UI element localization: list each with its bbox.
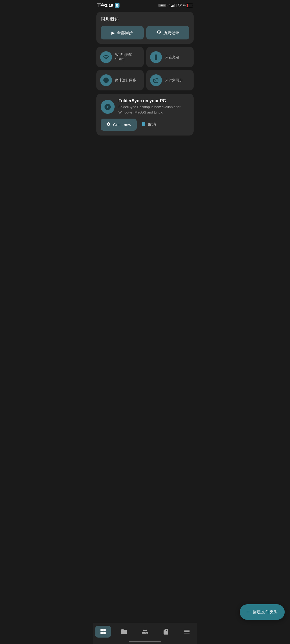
gear-icon bbox=[106, 122, 111, 127]
hd-badge: HD bbox=[167, 4, 170, 7]
wifi-status-text: Wi-Fi (未知SSID) bbox=[115, 53, 140, 62]
schedule-status-text: 未计划同步 bbox=[165, 78, 183, 83]
battery-container: 19 bbox=[183, 4, 193, 7]
status-time: 下午2:19 bbox=[97, 3, 119, 8]
promo-text-block: FolderSync on your PC FolderSync Desktop… bbox=[118, 98, 189, 115]
sync-overview-card: 同步概述 ▶ 全部同步 历史记录 bbox=[96, 12, 194, 44]
sync-run-status-text: 尚未运行同步 bbox=[115, 78, 136, 83]
wifi-status-icon bbox=[177, 3, 182, 8]
info-card-icon bbox=[100, 74, 112, 86]
promo-title: FolderSync on your PC bbox=[118, 98, 189, 103]
trash-icon bbox=[141, 121, 146, 128]
full-sync-button[interactable]: ▶ 全部同步 bbox=[101, 26, 144, 39]
app-notification-icon bbox=[115, 3, 119, 8]
signal-bars bbox=[171, 4, 176, 7]
cancel-button[interactable]: 取消 bbox=[141, 121, 156, 128]
battery-status-text: 未在充电 bbox=[165, 55, 179, 60]
status-right: VPN HD 19 bbox=[158, 3, 193, 8]
alarm-off-card-icon bbox=[150, 74, 162, 86]
promo-actions: Get it now 取消 bbox=[101, 119, 189, 131]
sync-run-status-card: 尚未运行同步 bbox=[96, 70, 144, 90]
main-content: 同步概述 ▶ 全部同步 历史记录 bbox=[93, 10, 197, 189]
play-icon: ▶ bbox=[111, 30, 115, 35]
promo-header: FolderSync on your PC FolderSync Desktop… bbox=[101, 98, 189, 115]
wifi-card-icon bbox=[100, 51, 112, 63]
battery-status-card: 未在充电 bbox=[146, 47, 194, 67]
battery-card-icon bbox=[150, 51, 162, 63]
schedule-status-card: 未计划同步 bbox=[146, 70, 194, 90]
promo-description: FolderSync Desktop is now available for … bbox=[118, 104, 189, 115]
wifi-status-card: Wi-Fi (未知SSID) bbox=[96, 47, 144, 67]
sync-buttons-row: ▶ 全部同步 历史记录 bbox=[101, 26, 189, 39]
foldersync-pc-icon bbox=[101, 100, 115, 114]
get-it-now-button[interactable]: Get it now bbox=[101, 119, 137, 131]
vpn-badge: VPN bbox=[158, 4, 166, 7]
history-button[interactable]: 历史记录 bbox=[146, 26, 189, 39]
status-bar: 下午2:19 VPN HD 19 bbox=[93, 0, 197, 10]
sync-overview-title: 同步概述 bbox=[101, 16, 189, 22]
history-icon bbox=[156, 30, 161, 36]
promo-card: FolderSync on your PC FolderSync Desktop… bbox=[96, 94, 194, 136]
status-grid: Wi-Fi (未知SSID) 未在充电 尚未运行同步 bbox=[96, 47, 194, 90]
battery-icon bbox=[186, 4, 193, 7]
